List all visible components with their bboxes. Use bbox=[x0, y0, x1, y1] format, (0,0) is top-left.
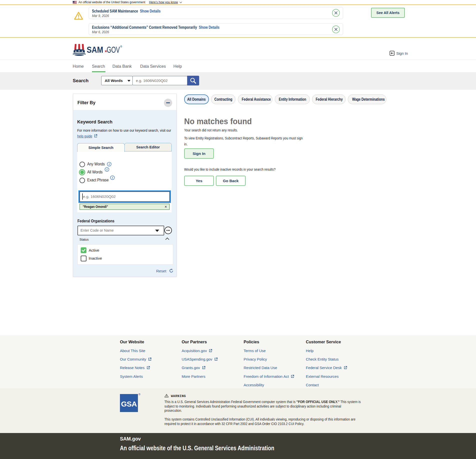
svg-text:i: i bbox=[109, 162, 110, 166]
svg-text:i: i bbox=[112, 176, 113, 179]
svg-text:i: i bbox=[106, 168, 107, 171]
svg-text:SAM: SAM bbox=[87, 45, 103, 54]
svg-text:®: ® bbox=[120, 45, 122, 48]
svg-text:GOV: GOV bbox=[107, 45, 120, 54]
